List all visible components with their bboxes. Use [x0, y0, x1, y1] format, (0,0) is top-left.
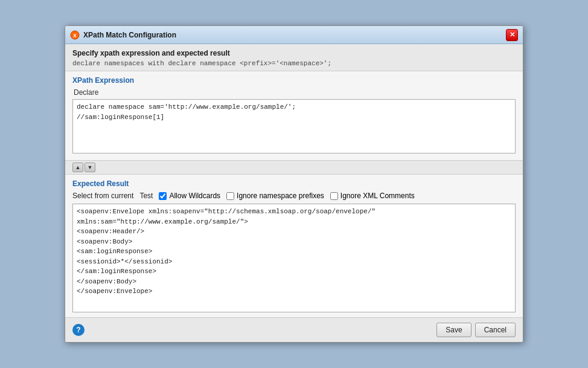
title-bar-left: X XPath Match Configuration — [70, 30, 176, 40]
xpath-expression-textarea[interactable] — [72, 99, 516, 153]
dialog-footer: ? Save Cancel — [65, 317, 523, 342]
xpath-match-config-dialog: X XPath Match Configuration ✕ Specify xp… — [65, 25, 523, 343]
dialog-title: XPath Match Configuration — [83, 31, 176, 39]
expected-result-textarea[interactable] — [72, 204, 516, 312]
xpath-icon: X — [70, 30, 80, 40]
help-button[interactable]: ? — [72, 324, 85, 336]
footer-right: Save Cancel — [436, 323, 516, 337]
select-from-current-link[interactable]: Select from current — [72, 192, 133, 200]
ignore-namespace-label: Ignore namespace prefixes — [237, 192, 324, 200]
xpath-section-label: XPath Expression — [72, 76, 516, 85]
spec-hint: declare namespaces with declare namespac… — [72, 60, 516, 67]
spec-section-header: Specify xpath expression and expected re… — [65, 44, 523, 71]
cancel-button[interactable]: Cancel — [475, 323, 516, 337]
ignore-namespace-checkbox-container[interactable]: Ignore namespace prefixes — [226, 192, 324, 200]
expand-down-button[interactable]: ▼ — [85, 163, 95, 172]
expand-up-button[interactable]: ▲ — [72, 163, 83, 172]
expected-result-section: Expected Result Select from current Test… — [65, 175, 523, 317]
allow-wildcards-checkbox[interactable] — [159, 192, 167, 200]
declare-field-label: Declare — [72, 88, 516, 97]
allow-wildcards-label: Allow Wildcards — [169, 192, 220, 200]
test-link[interactable]: Test — [139, 192, 153, 200]
expected-result-label: Expected Result — [72, 179, 516, 188]
ignore-xml-comments-checkbox[interactable] — [330, 192, 338, 200]
allow-wildcards-checkbox-container[interactable]: Allow Wildcards — [159, 192, 220, 200]
close-button[interactable]: ✕ — [506, 29, 518, 41]
ignore-namespace-checkbox[interactable] — [226, 192, 234, 200]
spec-title: Specify xpath expression and expected re… — [72, 49, 516, 57]
xpath-expression-section: XPath Expression Declare — [65, 71, 523, 160]
save-button[interactable]: Save — [436, 323, 471, 337]
expand-controls: ▲ ▼ — [65, 160, 523, 175]
ignore-xml-comments-label: Ignore XML Comments — [340, 192, 415, 200]
svg-text:X: X — [73, 33, 77, 39]
ignore-xml-comments-checkbox-container[interactable]: Ignore XML Comments — [330, 192, 415, 200]
title-bar: X XPath Match Configuration ✕ — [65, 26, 523, 44]
expected-result-toolbar: Select from current Test Allow Wildcards… — [72, 192, 516, 200]
footer-left: ? — [72, 324, 85, 336]
